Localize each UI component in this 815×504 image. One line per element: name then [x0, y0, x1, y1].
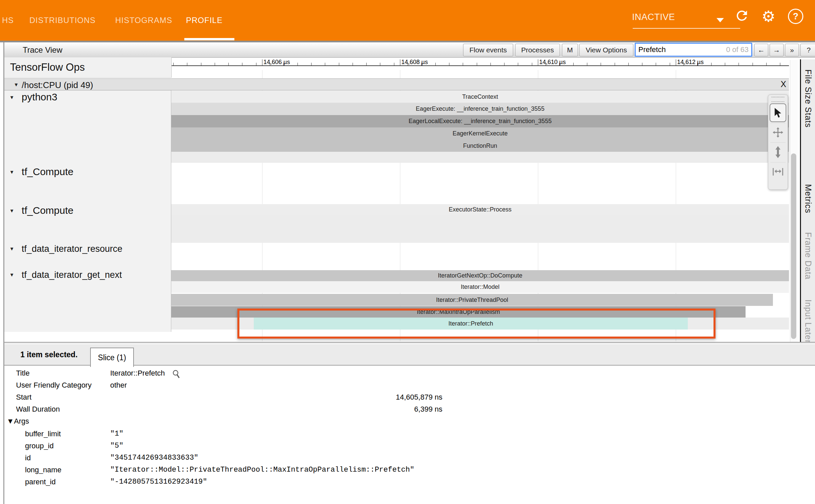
- arg-value: "-1428057513162923419": [110, 478, 207, 486]
- ruler-minor-tick: [628, 63, 629, 65]
- ruler-minor-tick: [463, 63, 463, 65]
- collapse-triangle-icon: ▼: [9, 169, 14, 175]
- ruler-minor-tick: [421, 63, 422, 65]
- vertical-arrows-icon: [774, 146, 782, 158]
- trace-event-eagerkernelexecute[interactable]: EagerKernelExecute: [171, 127, 789, 140]
- trace-event-iterator-privatethreadpool[interactable]: Iterator::PrivateThreadPool: [171, 294, 773, 306]
- detail-label: User Friendly Category: [16, 381, 91, 390]
- trace-event-functionrun[interactable]: FunctionRun: [171, 140, 789, 152]
- select-tool-button[interactable]: [770, 103, 786, 122]
- section-label: TensorFlow Ops: [10, 61, 85, 73]
- trace-event-tracecontext[interactable]: TraceContext: [171, 91, 789, 103]
- trace-search-box: 0 of 63: [635, 43, 752, 57]
- ruler-minor-tick: [587, 63, 587, 65]
- ruler-minor-tick: [683, 63, 684, 65]
- ruler-minor-tick: [739, 63, 739, 65]
- track-label-tf_Compute[interactable]: ▼tf_Compute: [9, 166, 73, 177]
- ruler-minor-tick: [353, 63, 353, 65]
- top-tab-distributions[interactable]: DISTRIBUTIONS: [29, 0, 95, 41]
- ruler-minor-tick: [711, 63, 711, 65]
- ruler-minor-tick: [780, 63, 780, 65]
- magnifier-icon[interactable]: [172, 370, 181, 380]
- prev-match-button[interactable]: ←: [754, 44, 768, 56]
- track-label-tf_data_iterator_resource[interactable]: ▼tf_data_iterator_resource: [9, 244, 123, 254]
- ruler-minor-tick: [559, 63, 560, 65]
- trace-event-iterator-model[interactable]: Iterator::Model: [171, 281, 789, 293]
- top-tab-hs[interactable]: HS: [2, 0, 14, 41]
- process-name: /host:CPU (pid 49): [22, 80, 93, 90]
- ruler-minor-tick: [449, 63, 449, 65]
- next-match-button[interactable]: →: [770, 44, 784, 56]
- trace-tool-palette: [768, 94, 788, 190]
- toolbar-button-view-options[interactable]: View Options: [579, 44, 633, 56]
- ruler-major-tick: [676, 59, 676, 65]
- trace-row-empty: [171, 215, 789, 243]
- ruler-minor-tick: [297, 63, 298, 65]
- ruler-major-tick: [262, 59, 262, 65]
- chevron-down-icon[interactable]: [717, 18, 724, 22]
- slice-details-panel: TitleIterator::PrefetchUser Friendly Cat…: [4, 366, 815, 504]
- arg-row-group_id: group_id"5": [4, 442, 815, 454]
- ruler-minor-tick: [187, 63, 187, 65]
- ruler-minor-tick: [725, 63, 725, 65]
- track-label-python3[interactable]: ▼python3: [9, 91, 57, 103]
- toolbar-button-flow-events[interactable]: Flow events: [463, 44, 513, 56]
- top-tab-profile[interactable]: PROFILE: [186, 0, 223, 41]
- track-label-tf_Compute[interactable]: ▼tf_Compute: [9, 205, 73, 216]
- help-icon[interactable]: ?: [788, 9, 803, 24]
- detail-value: Iterator::Prefetch: [110, 369, 165, 378]
- ruler-tick-label: 14,608 µs: [401, 59, 428, 66]
- ruler-minor-tick: [270, 63, 270, 65]
- palette-grip-handle[interactable]: [772, 97, 784, 102]
- close-icon[interactable]: X: [781, 79, 786, 89]
- sidebar-tab-frame-data[interactable]: Frame Data: [803, 232, 813, 280]
- top-tab-histograms[interactable]: HISTOGRAMS: [115, 0, 172, 41]
- process-header[interactable]: ▼ /host:CPU (pid 49) X: [4, 78, 789, 90]
- arg-row-id: id"345174426934833633": [4, 454, 815, 466]
- more-button[interactable]: »: [785, 44, 799, 56]
- toolbar-button-processes[interactable]: Processes: [515, 44, 560, 56]
- trace-event-iteratorgetnextop-docompute[interactable]: IteratorGetNextOp::DoCompute: [171, 270, 789, 281]
- top-app-bar: HSDISTRIBUTIONSHISTOGRAMSPROFILE INACTIV…: [0, 0, 815, 41]
- track-label-tf_data_iterator_get_next[interactable]: ▼tf_data_iterator_get_next: [9, 270, 122, 280]
- ruler-minor-tick: [670, 63, 670, 65]
- help-button[interactable]: ?: [800, 44, 815, 56]
- toolbar-button-m[interactable]: M: [562, 44, 578, 56]
- pan-tool-button[interactable]: [770, 123, 786, 142]
- ruler-minor-tick: [201, 63, 201, 65]
- arg-value: "1": [110, 430, 124, 438]
- detail-row-wall-duration: Wall Duration6,399 ns: [4, 405, 815, 417]
- search-input[interactable]: [638, 44, 719, 55]
- sidebar-tab-file-size-stats[interactable]: File Size Stats: [803, 69, 813, 128]
- collapse-triangle-icon: ▼: [14, 82, 19, 87]
- track-label-text: tf_Compute: [22, 205, 73, 216]
- collapse-triangle-icon: ▼: [9, 94, 14, 100]
- trace-event-executorstate-process[interactable]: ExecutorState::Process: [171, 204, 789, 215]
- ruler-minor-tick: [215, 63, 215, 65]
- gear-icon[interactable]: ⚙: [762, 9, 775, 24]
- ruler-minor-tick: [546, 63, 546, 65]
- vertical-zoom-tool-button[interactable]: [770, 142, 786, 161]
- search-result-counter: 0 of 63: [726, 45, 749, 54]
- ruler-minor-tick: [615, 63, 615, 65]
- section-tensorflow-ops: TensorFlow Ops: [4, 57, 172, 78]
- refresh-icon[interactable]: [734, 8, 750, 25]
- ruler-tick-label: 14,612 µs: [677, 59, 703, 66]
- trace-event-eagerexecute-inference-train-function-3555[interactable]: EagerExecute: __inference_train_function…: [171, 103, 789, 115]
- track-label-text: tf_data_iterator_resource: [22, 244, 123, 254]
- vertical-scrollbar-thumb[interactable]: [791, 153, 796, 339]
- trace-event-eagerlocalexecute-inference-train-function-3555[interactable]: EagerLocalExecute: __inference_train_fun…: [171, 115, 789, 127]
- run-selector[interactable]: INACTIVE: [632, 12, 740, 22]
- arg-value: "345174426934833633": [110, 454, 198, 462]
- tab-slice[interactable]: Slice (1): [90, 348, 134, 367]
- sidebar-tab-metrics[interactable]: Metrics: [803, 184, 813, 213]
- ruler-minor-tick: [697, 63, 697, 65]
- tensorboard-profile-app: HSDISTRIBUTIONSHISTOGRAMSPROFILE INACTIV…: [0, 0, 815, 504]
- ruler-minor-tick: [532, 63, 532, 65]
- timing-tool-button[interactable]: [770, 162, 786, 181]
- ruler-minor-tick: [256, 63, 256, 65]
- detail-row-start: Start14,605,879 ns: [4, 393, 815, 405]
- ruler-minor-tick: [435, 63, 436, 65]
- detail-label: Start: [16, 393, 31, 402]
- args-toggle[interactable]: ▼Args: [7, 417, 29, 426]
